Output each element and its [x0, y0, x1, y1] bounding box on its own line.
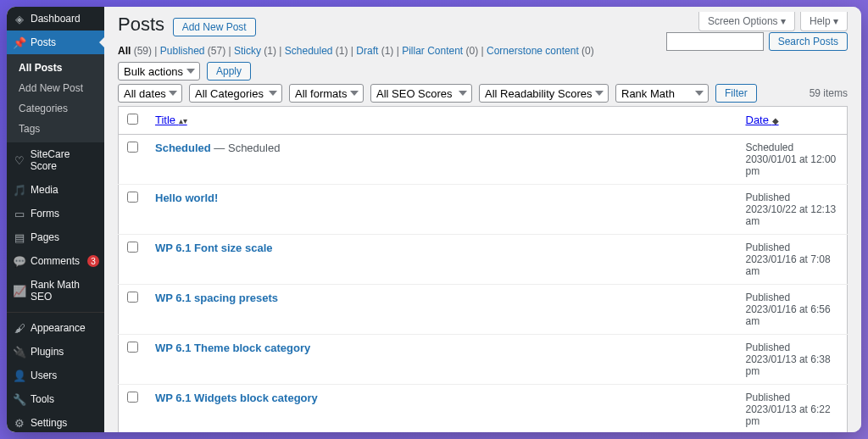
page-title: Posts [118, 14, 164, 36]
post-title-link[interactable]: Hello world! [155, 192, 218, 204]
apply-button[interactable]: Apply [207, 62, 251, 81]
sidebar-subitem[interactable]: Categories [7, 98, 104, 119]
sidebar-item-dashboard[interactable]: ◈Dashboard [7, 7, 104, 31]
sidebar-item-label: Appearance [31, 322, 86, 334]
pages-icon: ▤ [14, 231, 25, 243]
filter-button[interactable]: Filter [715, 84, 757, 103]
filter-categories[interactable]: All Categories [189, 84, 282, 103]
post-title-link[interactable]: WP 6.1 Widgets block category [155, 392, 318, 404]
sidebar-item-rankmath[interactable]: 📈Rank Math SEO [7, 273, 104, 308]
search-input[interactable] [666, 32, 764, 51]
post-title-link[interactable]: WP 6.1 Theme block category [155, 342, 310, 354]
post-status: Published [746, 342, 839, 353]
column-title[interactable]: Title ▴▾ [155, 114, 187, 126]
admin-sidebar: ◈Dashboard📌PostsAll PostsAdd New PostCat… [7, 7, 104, 432]
status-count: (0) [581, 45, 594, 57]
status-filter-link[interactable]: Published [160, 45, 208, 57]
sidebar-subitem[interactable]: Add New Post [7, 78, 104, 98]
sidebar-item-label: Rank Math SEO [31, 279, 97, 303]
sidebar-item-sitecare[interactable]: ♡SiteCare Score [7, 142, 104, 178]
filter-seo-scores[interactable]: All SEO Scores [370, 84, 472, 103]
sidebar-item-label: Pages [31, 231, 59, 243]
table-row: WP 6.1 Widgets block categoryPublished20… [119, 385, 848, 433]
sidebar-separator [7, 312, 104, 313]
appearance-icon: 🖌 [14, 322, 25, 334]
post-status: Published [746, 392, 839, 403]
badge: 3 [87, 255, 99, 267]
post-status: Published [746, 242, 839, 253]
post-title-link[interactable]: Scheduled [155, 142, 211, 154]
row-checkbox[interactable] [127, 292, 138, 303]
column-date[interactable]: Date ◆ [746, 114, 779, 126]
search-posts-button[interactable]: Search Posts [769, 32, 848, 51]
sidebar-item-appearance[interactable]: 🖌Appearance [7, 316, 104, 340]
filter-readability[interactable]: All Readability Scores [479, 84, 609, 103]
row-checkbox[interactable] [127, 242, 138, 253]
table-row: Hello world!Published2023/10/22 at 12:13… [119, 185, 848, 235]
table-row: WP 6.1 spacing presetsPublished2023/01/1… [119, 285, 848, 335]
sidebar-item-pages[interactable]: ▤Pages [7, 225, 104, 249]
sidebar-subitem[interactable]: Tags [7, 119, 104, 139]
sidebar-item-plugins[interactable]: 🔌Plugins [7, 340, 104, 364]
add-new-post-button[interactable]: Add New Post [173, 18, 256, 36]
sidebar-item-label: Posts [31, 36, 56, 48]
sidebar-item-media[interactable]: 🎵Media [7, 178, 104, 202]
row-checkbox[interactable] [127, 192, 138, 203]
sidebar-item-forms[interactable]: ▭Forms [7, 202, 104, 225]
dashboard-icon: ◈ [14, 13, 25, 25]
post-date: 2023/01/16 at 7:08 am [746, 253, 839, 277]
help-button[interactable]: Help ▾ [800, 12, 848, 31]
status-filter-link[interactable]: All [118, 45, 134, 57]
row-checkbox[interactable] [127, 392, 138, 403]
post-date: 2023/01/16 at 6:56 am [746, 303, 839, 327]
posts-table: Title ▴▾ Date ◆ Scheduled — ScheduledSch… [118, 106, 848, 432]
status-count: (59) [134, 45, 152, 57]
sidebar-item-label: SiteCare Score [31, 148, 97, 172]
post-title-link[interactable]: WP 6.1 spacing presets [155, 292, 278, 304]
status-filter-link[interactable]: Scheduled [285, 45, 336, 57]
items-count: 59 items [810, 87, 848, 99]
sort-icon: ▴▾ [179, 116, 187, 125]
sitecare-icon: ♡ [14, 154, 25, 166]
post-status: Scheduled [746, 142, 839, 153]
table-row: WP 6.1 Theme block categoryPublished2023… [119, 335, 848, 385]
sort-icon: ◆ [772, 116, 779, 125]
filter-dates[interactable]: All dates [118, 84, 182, 103]
row-checkbox[interactable] [127, 142, 138, 153]
bulk-actions-select[interactable]: Bulk actions [118, 62, 200, 81]
select-all-checkbox[interactable] [127, 114, 138, 125]
status-filter-link[interactable]: Pillar Content [402, 45, 465, 57]
post-date: 2023/01/13 at 6:38 pm [746, 353, 839, 377]
sidebar-item-tools[interactable]: 🔧Tools [7, 387, 104, 411]
filter-rank-math[interactable]: Rank Math [615, 84, 709, 103]
sidebar-item-users[interactable]: 👤Users [7, 364, 104, 387]
post-status: Published [746, 292, 839, 303]
tools-icon: 🔧 [14, 393, 25, 405]
post-status: Published [746, 192, 839, 203]
sidebar-submenu: All PostsAdd New PostCategoriesTags [7, 54, 104, 142]
filter-formats[interactable]: All formats [289, 84, 364, 103]
media-icon: 🎵 [14, 184, 25, 196]
settings-icon: ⚙ [14, 417, 25, 429]
posts-icon: 📌 [14, 36, 25, 48]
sidebar-item-settings[interactable]: ⚙Settings [7, 411, 104, 432]
sidebar-item-label: Media [31, 184, 58, 196]
table-row: WP 6.1 Font size scalePublished2023/01/1… [119, 235, 848, 285]
sidebar-item-label: Users [31, 370, 57, 381]
sidebar-item-comments[interactable]: 💬Comments3 [7, 249, 104, 273]
sidebar-subitem[interactable]: All Posts [7, 58, 104, 78]
rankmath-icon: 📈 [14, 285, 25, 297]
sidebar-item-label: Forms [31, 208, 59, 220]
post-title-link[interactable]: WP 6.1 Font size scale [155, 242, 272, 254]
status-count: (0) [466, 45, 479, 57]
status-filter-link[interactable]: Draft [356, 45, 381, 57]
post-date: 2030/01/01 at 12:00 pm [746, 153, 839, 177]
status-filter-link[interactable]: Cornerstone content [487, 45, 581, 57]
status-filter-link[interactable]: Sticky [234, 45, 264, 57]
sidebar-item-label: Dashboard [31, 13, 81, 25]
table-row: Scheduled — ScheduledScheduled2030/01/01… [119, 135, 848, 185]
status-count: (57) [208, 45, 225, 57]
screen-options-button[interactable]: Screen Options ▾ [698, 12, 795, 31]
sidebar-item-posts[interactable]: 📌Posts [7, 31, 104, 54]
row-checkbox[interactable] [127, 342, 138, 353]
